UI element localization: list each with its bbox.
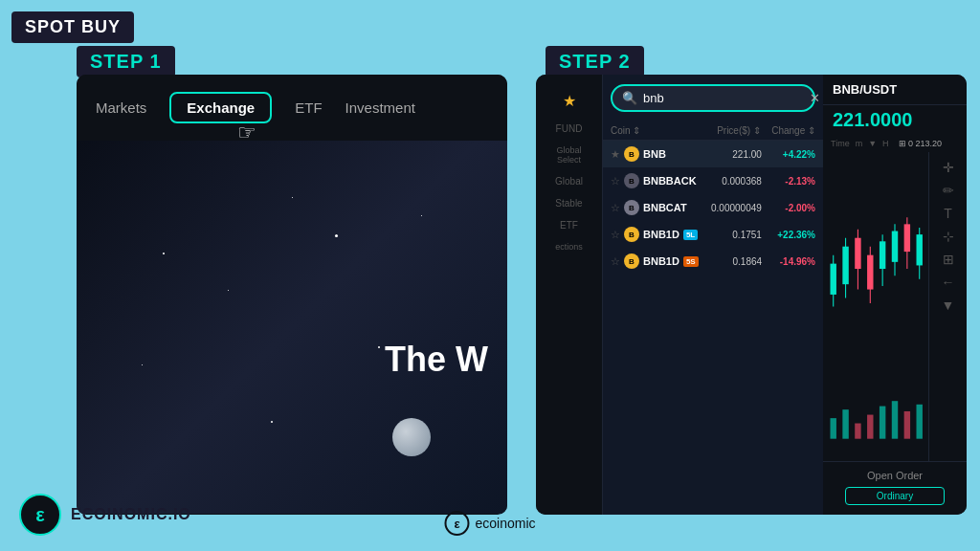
col-header-price: Price($) ⇕ bbox=[693, 125, 761, 136]
row-star: ☆ bbox=[611, 229, 620, 241]
search-input[interactable] bbox=[643, 91, 804, 105]
chart-panel: BNB/USDT 221.0000 Time m ▼ H ⊞ 0 213.20 bbox=[823, 75, 967, 515]
row-change: -2.13% bbox=[762, 176, 815, 187]
order-section: Open Order Ordinary bbox=[823, 461, 967, 515]
row-price: 0.00000049 bbox=[698, 203, 762, 213]
badge-5s: 5S bbox=[683, 256, 699, 267]
tool-back[interactable]: ← bbox=[942, 275, 955, 290]
sidebar-etf[interactable]: ETF bbox=[536, 214, 602, 236]
row-price: 0.1751 bbox=[698, 230, 762, 240]
chart-tools: ✛ ✏ T ⊹ ⊞ ← ▼ bbox=[928, 152, 967, 461]
svg-rect-13 bbox=[904, 224, 910, 252]
col-header-change: Change ⇕ bbox=[761, 125, 815, 136]
search-box: 🔍 ✕ bbox=[611, 84, 815, 112]
svg-rect-9 bbox=[880, 241, 885, 269]
row-price: 0.1864 bbox=[699, 256, 762, 267]
row-star: ☆ bbox=[611, 175, 620, 187]
row-star: ★ bbox=[611, 148, 620, 161]
col-header-coin: Coin ⇕ bbox=[611, 125, 693, 136]
bnbcat-logo: B bbox=[624, 200, 639, 215]
row-change: -2.00% bbox=[762, 203, 815, 213]
cursor-icon: ☞ bbox=[237, 121, 256, 145]
bnb1d5l-logo: B bbox=[624, 227, 639, 242]
table-row[interactable]: ★ B BNB 221.00 +4.22% bbox=[603, 141, 823, 167]
nav-etf[interactable]: ETF bbox=[295, 99, 322, 116]
svg-rect-23 bbox=[842, 409, 848, 439]
ctrl-m[interactable]: m bbox=[856, 139, 863, 148]
row-price: 0.000368 bbox=[698, 176, 762, 187]
row-coin-info: B BNB bbox=[624, 146, 698, 162]
svg-rect-5 bbox=[855, 238, 860, 269]
row-price: 221.00 bbox=[698, 149, 762, 160]
moon bbox=[392, 418, 431, 456]
tool-text[interactable]: T bbox=[944, 206, 952, 221]
table-headers: Coin ⇕ Price($) ⇕ Change ⇕ bbox=[603, 121, 823, 141]
sidebar-global[interactable]: Global bbox=[536, 170, 602, 192]
nav-markets[interactable]: Markets bbox=[96, 99, 146, 116]
svg-rect-22 bbox=[831, 418, 836, 439]
svg-rect-24 bbox=[855, 424, 860, 439]
order-title: Open Order bbox=[833, 468, 957, 483]
table-row[interactable]: ☆ B BNBCAT 0.00000049 -2.00% bbox=[603, 194, 823, 221]
table-row[interactable]: ☆ B BNB1D 5S 0.1864 -14.96% bbox=[603, 248, 823, 275]
step2-label: STEP 2 bbox=[546, 46, 644, 77]
row-coin-info: B BNB1D 5L bbox=[624, 227, 698, 242]
coin-name: BNBBACK bbox=[643, 175, 697, 187]
sidebar-sections[interactable]: ections bbox=[536, 236, 602, 257]
row-change: +4.22% bbox=[762, 149, 815, 160]
step2-panel: ★ FUND GlobalSelect Global Stable ETF ec… bbox=[536, 75, 967, 515]
ctrl-arrow[interactable]: ▼ bbox=[868, 139, 877, 148]
ctrl-h[interactable]: H bbox=[882, 139, 889, 148]
ctrl-ref: ⊞ 0 213.20 bbox=[899, 139, 943, 148]
chart-header: BNB/USDT bbox=[823, 75, 967, 105]
sidebar-stable[interactable]: Stable bbox=[536, 192, 602, 214]
svg-rect-27 bbox=[892, 401, 898, 438]
eco-circle-icon: ε bbox=[444, 511, 469, 536]
nav-exchange[interactable]: Exchange bbox=[169, 92, 272, 123]
chart-area: ✛ ✏ T ⊹ ⊞ ← ▼ bbox=[823, 152, 967, 461]
svg-rect-29 bbox=[917, 405, 923, 439]
coin-name: BNB bbox=[643, 148, 666, 160]
search-icon: 🔍 bbox=[622, 91, 637, 105]
table-row[interactable]: ☆ B BNB1D 5L 0.1751 +22.36% bbox=[603, 221, 823, 248]
tool-grid[interactable]: ⊞ bbox=[943, 252, 954, 267]
tool-measure[interactable]: ⊹ bbox=[943, 229, 954, 244]
row-star: ☆ bbox=[611, 202, 620, 214]
step1-hero: The W bbox=[77, 141, 507, 514]
bnb-logo: B bbox=[624, 146, 639, 162]
ecoinomic-logo-text: ECOINOMIC.IO bbox=[71, 506, 191, 523]
tool-crosshair[interactable]: ✛ bbox=[943, 160, 954, 175]
ecoinomic-label: ecoinomic bbox=[475, 516, 535, 531]
row-coin-info: B BNB1D 5S bbox=[624, 253, 699, 269]
sidebar: ★ FUND GlobalSelect Global Stable ETF ec… bbox=[536, 75, 603, 515]
order-ordinary-btn[interactable]: Ordinary bbox=[845, 487, 945, 505]
row-star: ☆ bbox=[611, 255, 620, 268]
bnb1d5s-logo: B bbox=[624, 253, 639, 269]
step1-panel: Markets Exchange ETF Investment ☞ The W bbox=[77, 75, 507, 515]
ctrl-time[interactable]: Time bbox=[831, 139, 850, 148]
sidebar-fund[interactable]: FUND bbox=[536, 118, 602, 140]
svg-rect-7 bbox=[867, 255, 873, 290]
table-row[interactable]: ☆ B BNBBACK 0.000368 -2.13% bbox=[603, 167, 823, 194]
pair-name: BNB/USDT bbox=[833, 82, 897, 97]
nav-investment[interactable]: Investment bbox=[345, 99, 415, 116]
sidebar-star[interactable]: ★ bbox=[536, 84, 602, 118]
svg-rect-15 bbox=[917, 234, 923, 265]
step1-label: STEP 1 bbox=[77, 46, 175, 77]
coin-name: BNBCAT bbox=[643, 202, 687, 213]
pair-price: 221.0000 bbox=[823, 105, 967, 135]
row-coin-info: B BNBCAT bbox=[624, 200, 698, 215]
row-coin-info: B BNBBACK bbox=[624, 173, 698, 188]
hero-text: The W bbox=[385, 340, 488, 380]
tool-down[interactable]: ▼ bbox=[942, 298, 955, 313]
row-change: +22.36% bbox=[762, 230, 815, 240]
ecoinomic-logo-circle: ε bbox=[19, 494, 61, 536]
clear-button[interactable]: ✕ bbox=[810, 91, 820, 105]
svg-rect-26 bbox=[880, 407, 885, 439]
tool-pen[interactable]: ✏ bbox=[943, 183, 954, 198]
svg-rect-3 bbox=[842, 247, 848, 284]
ecoinomic-bottom: ε ecoinomic bbox=[444, 511, 535, 536]
bnbback-logo: B bbox=[624, 173, 639, 188]
sidebar-global-select[interactable]: GlobalSelect bbox=[536, 140, 602, 170]
svg-rect-11 bbox=[892, 231, 898, 262]
